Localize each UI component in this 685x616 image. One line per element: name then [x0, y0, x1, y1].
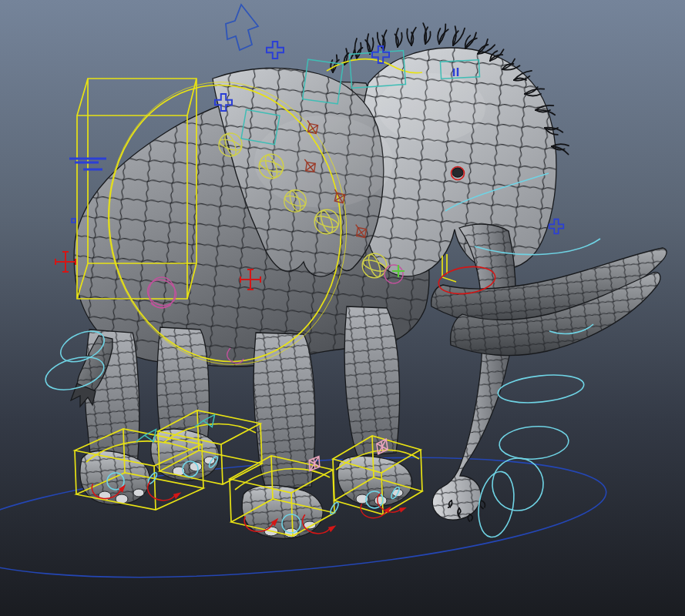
shoulder-highlight — [254, 116, 393, 208]
forehead-highlight — [378, 73, 485, 142]
viewport-canvas[interactable] — [0, 0, 685, 616]
viewport-stage — [0, 0, 685, 616]
eye — [452, 168, 463, 177]
